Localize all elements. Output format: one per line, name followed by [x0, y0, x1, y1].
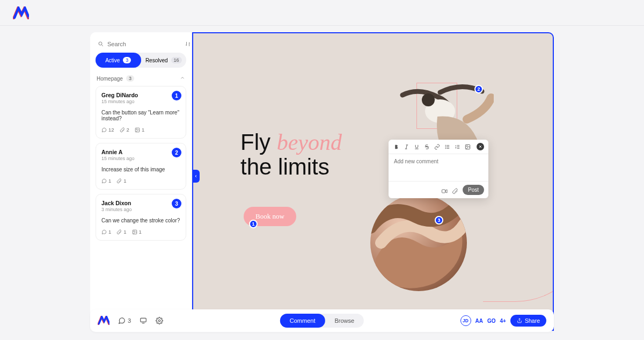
comment-card[interactable]: 3 Jack Dixon 3 minutes ago Can we change… [96, 194, 186, 241]
svg-point-19 [445, 148, 445, 148]
comments-count-value: 3 [128, 317, 131, 324]
comment-author: Greg DiNardo [101, 92, 180, 98]
svg-point-17 [445, 145, 445, 146]
avatar-overflow[interactable]: 4+ [500, 318, 506, 324]
mode-switch: Comment Browse [280, 314, 364, 328]
comment-marker-number: 2 [172, 148, 181, 157]
bullet-list-icon[interactable] [444, 143, 450, 150]
collapse-sidebar-tab[interactable] [192, 170, 200, 183]
comment-meta: 1 1 1 [101, 229, 180, 235]
brand-logo-mini[interactable] [98, 316, 109, 325]
comment-message: Can we change the stroke color? [101, 218, 180, 223]
comment-message: Increase size of this image [101, 167, 180, 172]
svg-point-4 [136, 128, 137, 129]
tab-resolved[interactable]: Resolved 16 [141, 53, 187, 68]
comment-card[interactable]: 2 Annie A 15 minutes ago Increase size o… [96, 143, 186, 190]
hero-image-fabric [370, 194, 467, 291]
svg-point-8 [422, 93, 435, 106]
section-name: Homepage [97, 76, 123, 82]
chevron-up-icon [180, 75, 185, 82]
avatar[interactable]: GO [487, 318, 496, 324]
comment-author: Jack Dixon [101, 200, 180, 206]
status-tabs: Active 3 Resolved 16 [96, 53, 186, 68]
search-row [96, 38, 186, 53]
video-icon[interactable] [441, 187, 448, 193]
tab-resolved-label: Resolved [145, 57, 168, 63]
avatar[interactable]: JD [460, 315, 471, 326]
share-label: Share [525, 317, 540, 324]
comment-list: 1 Greg DiNardo 15 minutes ago Can the bu… [96, 86, 186, 241]
bold-icon[interactable] [393, 143, 399, 150]
svg-line-11 [406, 144, 407, 148]
comment-time: 15 minutes ago [101, 156, 180, 161]
close-icon[interactable] [477, 143, 484, 150]
comment-meta: 12 2 1 [101, 127, 180, 133]
hero-line-2: the limits [240, 155, 342, 179]
tab-active[interactable]: Active 3 [96, 53, 141, 68]
comment-marker-number: 1 [172, 91, 181, 100]
post-button[interactable]: Post [463, 185, 484, 195]
comment-toolbar [389, 140, 488, 154]
search-icon [98, 41, 104, 47]
comments-count-button[interactable]: 3 [118, 317, 131, 324]
comment-meta: 1 1 [101, 178, 180, 184]
svg-point-6 [134, 230, 135, 232]
reply-count: 1 [101, 178, 111, 184]
strikethrough-icon[interactable] [423, 143, 430, 150]
canvas-marker-1[interactable]: 1 [249, 220, 258, 228]
new-comment-input[interactable] [394, 158, 483, 170]
reply-count: 1 [101, 229, 111, 235]
italic-icon[interactable] [403, 143, 409, 150]
new-comment-popover: Post [389, 140, 488, 198]
attachment-count: 1 [116, 229, 126, 235]
comments-sidebar: Active 3 Resolved 16 Homepage 3 1 Greg D… [90, 32, 192, 331]
comment-marker-number: 3 [172, 199, 181, 208]
svg-marker-28 [445, 190, 447, 193]
toolbar-right: JD AA GO 4+ Share [460, 315, 546, 327]
attachment-count: 2 [120, 127, 129, 133]
sort-icon[interactable] [185, 41, 191, 47]
attachment-count: 1 [116, 178, 126, 184]
toolbar-left: 3 [98, 316, 163, 325]
main-stage: Active 3 Resolved 16 Homepage 3 1 Greg D… [90, 32, 554, 331]
canvas-marker-2[interactable]: 2 [474, 85, 483, 93]
comment-message: Can the button say "Learn more" instead? [101, 110, 180, 121]
svg-point-18 [445, 147, 445, 147]
tab-active-label: Active [105, 57, 120, 63]
reply-count: 12 [101, 127, 114, 133]
search-input[interactable] [107, 41, 181, 47]
section-count: 3 [126, 75, 134, 82]
svg-point-1 [99, 42, 102, 45]
link-icon[interactable] [434, 143, 440, 150]
tab-active-count: 3 [123, 57, 131, 63]
comment-author: Annie A [101, 149, 180, 155]
comment-card[interactable]: 1 Greg DiNardo 15 minutes ago Can the bu… [96, 86, 186, 139]
mode-browse[interactable]: Browse [325, 314, 364, 328]
underline-icon[interactable] [413, 143, 420, 150]
avatar[interactable]: AA [475, 318, 483, 324]
canvas-marker-3[interactable]: 3 [435, 216, 443, 225]
brand-logo [13, 6, 29, 19]
image-icon[interactable] [464, 143, 471, 150]
svg-line-2 [102, 45, 104, 47]
screen-icon[interactable] [140, 317, 147, 324]
comment-time: 3 minutes ago [101, 207, 180, 212]
mode-comment[interactable]: Comment [280, 314, 325, 328]
comment-time: 15 minutes ago [101, 99, 180, 104]
section-header[interactable]: Homepage 3 [96, 73, 186, 86]
svg-rect-27 [442, 190, 445, 193]
svg-point-31 [158, 320, 160, 322]
numbered-list-icon[interactable] [454, 143, 460, 150]
bottom-toolbar: 3 Comment Browse JD AA GO 4+ Share [90, 309, 554, 332]
svg-point-24 [466, 146, 467, 147]
svg-rect-29 [141, 318, 147, 322]
design-canvas[interactable]: Fly beyond the limits Book now 1 2 3 [192, 32, 554, 331]
image-count: 1 [132, 229, 142, 235]
share-button[interactable]: Share [510, 315, 546, 327]
hero-word-emphasis: beyond [277, 130, 342, 155]
hero-headline: Fly beyond the limits [240, 130, 342, 179]
settings-icon[interactable] [156, 317, 163, 324]
image-count: 1 [135, 127, 144, 133]
comment-footer: Post [389, 181, 488, 198]
attach-icon[interactable] [452, 187, 458, 193]
